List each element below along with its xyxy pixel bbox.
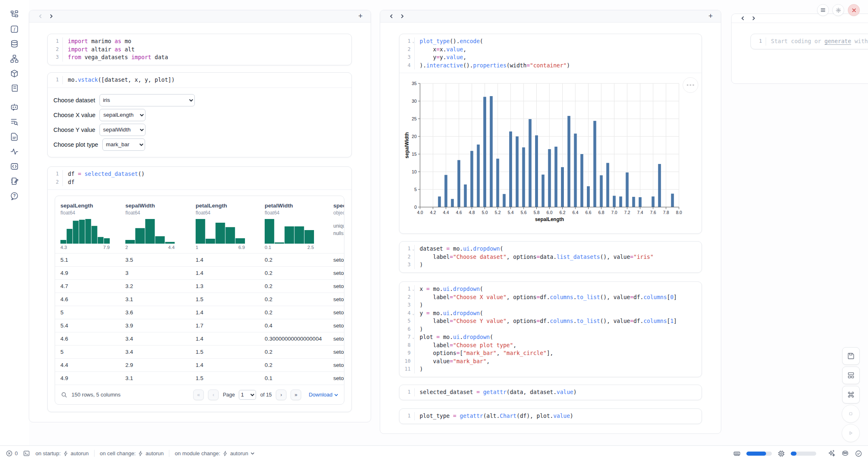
errors-indicator[interactable]: 0 [6,450,18,457]
svg-text:4.6: 4.6 [456,210,462,215]
svg-text:35: 35 [412,81,417,86]
run-button[interactable] [842,424,860,442]
first-page-button[interactable]: « [193,390,204,400]
snippets-icon[interactable] [9,161,20,172]
ram-usage-bar[interactable] [746,452,772,456]
last-page-button[interactable]: » [291,390,301,400]
table-row: 4.931.40.2setosa [55,266,344,279]
add-column-button[interactable]: + [356,12,365,21]
chat-bot-icon[interactable] [9,102,20,113]
line-number: 2 [399,253,414,261]
layout-button[interactable] [842,366,860,384]
plot-type-select[interactable]: mark_bar [102,138,145,151]
search-icon[interactable] [61,392,67,398]
bar-chart[interactable]: 051015202530354.04.24.44.64.85.05.25.45.… [403,76,699,230]
code-editor[interactable]: 1 Start coding or generate with [751,34,868,49]
table-row: 4.93.11.50.1setosa [55,371,344,385]
text-search-icon[interactable] [9,117,20,127]
column-header[interactable]: petalWidthfloat640.12.5 [265,203,333,250]
code-editor[interactable]: 1selected_dataset = getattr(data, datase… [399,385,702,400]
svg-text:7.2: 7.2 [624,210,630,215]
menu-button[interactable] [817,4,829,16]
on-cell-change-setting[interactable]: on cell change: autorun [100,450,164,456]
cpu-usage-bar[interactable] [791,452,816,456]
scratchpad-icon[interactable] [9,176,20,187]
column-next-button[interactable] [46,12,56,21]
notebook-cell-xy-dropdowns: 1⌄x = mo.ui.dropdown(2 label="Choose X v… [399,281,702,377]
help-icon[interactable]: ? [9,191,20,201]
terminal-toggle[interactable] [23,450,30,457]
file-document-icon[interactable] [9,131,20,142]
add-column-button[interactable]: + [706,12,715,21]
database-icon[interactable] [9,39,20,49]
y-value-select[interactable]: sepalWidth [99,124,145,136]
column-prev-button[interactable] [737,14,748,23]
settings-button[interactable] [832,4,844,16]
page-select[interactable]: 1 [239,390,256,400]
code-editor[interactable]: 1df = selected_dataset()2df [48,167,351,189]
column-histogram [125,219,175,244]
column-header[interactable]: sepalLengthfloat644.37.9 [60,203,125,250]
ai-sparkles-icon[interactable] [828,449,836,457]
scroll-icon[interactable] [9,83,20,94]
column-prev-button[interactable] [386,12,397,21]
column-middle: + 1⌄plot_type().encode(2 x=x.value,3 y=y… [380,10,721,434]
function-square-icon[interactable]: f [9,24,20,35]
column-header[interactable]: speciesobjectunique:nulls: [333,203,344,250]
activity-icon[interactable] [9,146,20,157]
line-number: 4 [399,62,414,70]
line-number: 10 [399,357,414,366]
next-page-button[interactable]: › [276,390,286,400]
code-editor[interactable]: 1⌄dataset = mo.ui.dropdown(2 label="Choo… [399,242,702,272]
prev-page-button[interactable]: ‹ [208,390,219,400]
x-value-select[interactable]: sepalLength [99,109,145,121]
svg-text:6.2: 6.2 [559,210,566,215]
code-editor[interactable]: 1plot_type = getattr(alt.Chart(df), plot… [399,409,702,424]
svg-text:0: 0 [414,205,417,210]
cpu-icon [778,450,785,457]
svg-text:7.0: 7.0 [611,210,617,215]
column-prev-button[interactable] [35,12,46,21]
svg-text:7.6: 7.6 [650,210,656,215]
column-next-button[interactable] [397,12,407,21]
check-circle-icon[interactable] [855,450,862,457]
save-button[interactable] [842,347,860,365]
dropdown-label: Choose dataset [53,97,95,104]
copilot-icon[interactable] [841,449,849,457]
setting-label: on module change: [175,450,220,456]
line-number: 9 [399,349,414,357]
package-icon[interactable] [9,68,20,79]
on-module-change-setting[interactable]: on module change: autorun [175,450,255,456]
hamburger-icon [820,7,826,13]
line-number: 1 [751,37,766,46]
error-count: 0 [15,450,18,456]
placeholder-text: Start coding or [771,38,824,44]
code-editor[interactable]: 1⌄plot_type().encode(2 x=x.value,3 y=y.v… [399,34,702,73]
generate-link[interactable]: generate [824,38,851,45]
layout-grid-icon [847,371,855,379]
workflow-icon[interactable] [9,53,20,64]
line-number: 3 [399,301,414,309]
column-header[interactable]: petalLengthfloat6416.9 [196,203,265,250]
code-editor[interactable]: 1import marimo as mo2import altair as al… [48,34,351,65]
code-editor[interactable]: 1⌄x = mo.ui.dropdown(2 label="Choose X v… [399,282,702,377]
stop-icon [847,410,854,417]
on-startup-setting[interactable]: on startup: autorun [35,450,89,456]
code-editor[interactable]: 1mo.vstack([dataset, x, y, plot]) [48,73,351,88]
stop-button[interactable] [842,405,860,423]
close-button[interactable] [848,4,860,16]
close-icon [852,8,856,13]
svg-text:4.2: 4.2 [430,210,436,215]
svg-text:6.6: 6.6 [585,210,591,215]
chart-actions-button[interactable] [683,77,698,93]
line-number: 1⌄ [399,37,414,46]
dataset-select[interactable]: iris [99,94,195,106]
file-tree-icon[interactable] [9,9,20,20]
column-header[interactable]: sepalWidthfloat6424.4 [125,203,196,250]
column-histogram [265,219,314,244]
keyboard-shortcuts-button[interactable] [842,386,860,403]
svg-text:5.8: 5.8 [533,210,540,215]
notebook-cell-imports: 1import marimo as mo2import altair as al… [47,34,352,65]
download-button[interactable]: Download [309,392,338,398]
column-next-button[interactable] [748,14,759,23]
